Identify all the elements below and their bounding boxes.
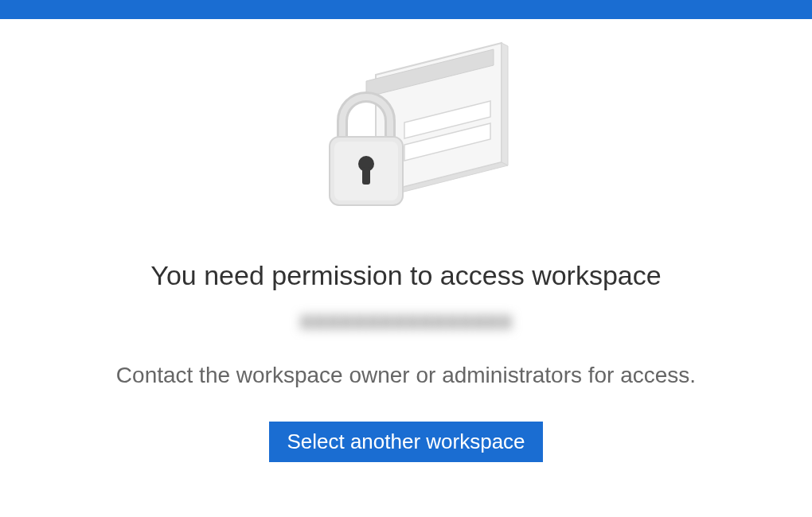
svg-rect-9 — [362, 167, 370, 185]
workspace-name-blurred: xxxxxxxxxxxxxxxx — [300, 307, 513, 334]
permission-error-panel: You need permission to access workspace … — [0, 19, 812, 462]
permission-heading: You need permission to access workspace — [150, 258, 661, 293]
svg-marker-1 — [502, 43, 508, 165]
top-accent-bar — [0, 0, 812, 19]
lock-card-icon — [287, 27, 525, 226]
select-another-workspace-button[interactable]: Select another workspace — [269, 422, 542, 462]
permission-subtext: Contact the workspace owner or administr… — [116, 363, 696, 388]
